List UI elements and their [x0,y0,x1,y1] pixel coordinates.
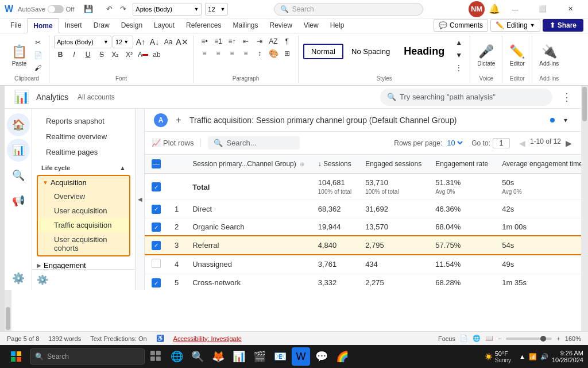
row-check[interactable]: ✓ [152,278,161,288]
notification-button[interactable]: 🔔 [488,3,501,16]
editing-button[interactable]: ✏️ Editing ▼ [490,19,540,32]
taskbar-edge-icon[interactable]: 🌐 [168,347,186,366]
ga4-search-input[interactable]: 🔍 Try searching "path analysis" [380,89,552,106]
next-page-button[interactable]: ▶ [563,137,574,149]
change-case-button[interactable]: Aa [162,36,175,48]
close-button[interactable]: ✕ [557,0,583,18]
maximize-button[interactable]: ⬜ [529,0,556,18]
sidebar-item-overview[interactable]: Overview [38,189,129,204]
document-scrollbar[interactable] [581,86,588,331]
justify-button[interactable]: ≡ [239,48,252,59]
taskview-button[interactable] [147,347,165,366]
th-rate[interactable]: Engagement rate [428,155,495,174]
system-tray-arrow[interactable]: ▲ [519,353,525,360]
tab-home[interactable]: Home [27,18,59,33]
tab-layout[interactable]: Layout [148,18,180,33]
font-size-selector[interactable]: 12 ▼ [205,3,228,16]
taskbar-mail-icon[interactable]: 📧 [271,347,289,366]
subscript-button[interactable]: X₂ [109,49,122,60]
paste-button[interactable]: 📋 Paste [9,39,29,71]
title-search-bar[interactable]: 🔍 Search [274,3,423,16]
editor-button[interactable]: ✏️ Editor [507,39,527,71]
addins-button[interactable]: 🔌 Add-ins [537,39,561,71]
clock-widget[interactable]: 9:26 AM 10/28/2024 [552,350,583,363]
tab-help[interactable]: Help [324,18,350,33]
tab-file[interactable]: File [5,18,27,33]
view-mode-web[interactable]: 🌐 [473,335,481,342]
underline-button[interactable]: U [82,49,94,60]
increase-indent-button[interactable]: ⇥ [253,36,266,47]
font-grow-button[interactable]: A↑ [134,36,147,48]
taskbar-chrome-icon[interactable]: 🌈 [333,347,351,366]
row-checkbox[interactable]: ✓ [145,236,168,255]
align-left-button[interactable]: ≡ [198,48,211,59]
taskbar-search2-icon[interactable]: 🔍 [188,347,207,366]
highlight-button[interactable]: ab [150,49,163,60]
decrease-indent-button[interactable]: ⇤ [239,36,252,47]
tab-review[interactable]: Review [264,18,298,33]
taskbar-netflix-icon[interactable]: 🎬 [250,347,269,366]
sidebar-item-reports-snapshot[interactable]: Reports snapshot [32,113,130,129]
share-button[interactable]: ⬆ Share [543,19,583,32]
align-center-button[interactable]: ≡ [212,48,225,59]
styles-scroll-up[interactable]: ▲ [452,37,465,48]
network-icon[interactable]: 📶 [529,353,537,361]
sidebar-item-realtime-overview[interactable]: Realtime overview [32,129,130,144]
table-search-input[interactable]: 🔍 Search... [208,136,300,150]
word-icon[interactable]: W [5,4,13,14]
save-button[interactable]: 💾 [82,3,95,16]
sidebar-item-realtime-pages[interactable]: Realtime pages [32,144,130,160]
taskbar-firefox-icon[interactable]: 🦊 [209,347,227,366]
font-family-dropdown[interactable]: Aptos (Body) ▼ [54,36,111,48]
row-check[interactable]: ✓ [152,205,161,214]
focus-button[interactable]: Focus [438,335,455,342]
style-nospacing[interactable]: No Spacing [346,45,396,58]
tab-references[interactable]: References [180,18,227,33]
ga4-more-button[interactable]: ⋮ [562,91,572,103]
tab-draw[interactable]: Draw [88,18,115,33]
sidebar-icon-reports[interactable]: 📊 [7,139,30,162]
accessibility-status[interactable]: Accessibility: Investigate [173,335,242,342]
tab-view[interactable]: View [298,18,324,33]
bullets-button[interactable]: ≡• [198,36,211,47]
superscript-button[interactable]: X² [123,49,136,60]
autosave-toggle[interactable] [48,5,64,13]
style-normal[interactable]: Normal [303,44,343,59]
goto-input[interactable] [493,138,510,148]
row-check[interactable]: ✓ [152,182,161,191]
sidebar-item-user-acquisition[interactable]: User acquisition [38,204,129,218]
numbering-button[interactable]: ≡1 [212,36,225,47]
zoom-in-button[interactable]: + [556,335,560,342]
styles-scroll-down[interactable]: ▼ [452,49,465,61]
styles-expand[interactable]: ⋮ [452,62,465,74]
report-tab-add[interactable]: + [172,114,185,126]
sidebar-collapse-button[interactable]: ◀ [136,109,145,290]
ga4-scrollbar[interactable] [5,290,11,331]
row-checkbox[interactable]: ✓ [145,200,168,218]
rows-per-page-select[interactable]: 10 25 50 [444,138,465,148]
dictate-button[interactable]: 🎤 Dictate [475,39,497,71]
sidebar-item-traffic-acquisition[interactable]: Traffic acquisition [38,218,129,232]
th-sessions[interactable]: ↓ Sessions [311,155,358,174]
sidebar-settings[interactable]: ⚙️ [32,269,135,290]
line-spacing-button[interactable]: ↕ [253,48,266,59]
redo-button[interactable]: ↷ [117,3,129,16]
sidebar-item-user-cohorts[interactable]: User acquisition cohorts [38,232,129,255]
sidebar-icon-explore[interactable]: 🔍 [7,164,30,187]
taskbar-search-bar[interactable]: 🔍 Search [30,348,145,365]
format-painter-button[interactable]: 🖌 [32,62,44,74]
borders-button[interactable]: ⊞ [281,48,293,59]
tab-insert[interactable]: Insert [59,18,88,33]
plot-rows-button[interactable]: 📈 Plot rows [152,139,201,147]
row-check[interactable]: ✓ [152,223,161,232]
taskbar-word-icon[interactable]: W [292,347,310,366]
taskbar-powerpoint-icon[interactable]: 📊 [230,347,248,366]
weather-widget[interactable]: ☀️ 50°F Sunny [485,350,511,363]
report-more-button[interactable]: ▾ [559,114,572,126]
sidebar-icon-home[interactable]: 🏠 [7,113,30,136]
view-mode-reading[interactable]: 📖 [485,335,493,342]
th-session-channel[interactable]: Session primary...Channel Group) ⊕ [185,155,311,174]
sidebar-icon-advertising[interactable]: 📢 [7,189,30,212]
sidebar-section-lifecycle[interactable]: Life cycle ▲ [32,160,135,174]
row-check[interactable] [152,259,161,268]
